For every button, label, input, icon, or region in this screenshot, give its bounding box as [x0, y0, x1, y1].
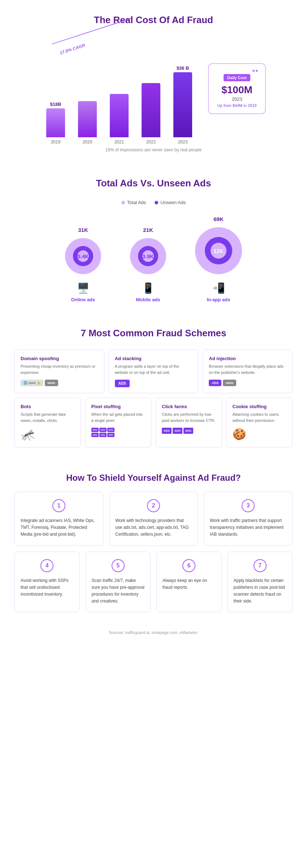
scheme-bots: Bots Scripts that generate fake views, i… [14, 398, 81, 448]
schemes-title: 7 Most Common Fraud Schemes [14, 328, 293, 339]
chart-and-box: 17.8% CAGR $18B 2019 2020 [22, 36, 285, 144]
daily-cost-value: $100M [216, 84, 258, 96]
legend: Total Ads Unseen Ads [22, 200, 285, 205]
shield-top-grid: 1 Integrate ad scanners IAS, White Ops, … [14, 492, 293, 546]
daily-cost-tag: Daily Cost [224, 74, 250, 81]
bar-2021: 2021 [105, 92, 134, 144]
chart-footnote: 18% of impressions are never seen by rea… [22, 147, 285, 152]
bar-2023-label: $36 B [177, 65, 189, 71]
scheme-click-farms: Click farms Clicks are performed by low-… [156, 398, 222, 448]
bar-chart: 17.8% CAGR $18B 2019 2020 [41, 36, 197, 144]
shield-card-5: 5 Scan traffic 24/7, make sure you have … [86, 552, 151, 613]
section-shield: How To Shield Yourself Against Ad Fraud?… [0, 458, 307, 623]
bots-icon: 🦟 [21, 428, 75, 441]
footer: Sources: trafficguard.ai, instapage.com,… [0, 623, 307, 642]
click-farms-icon: ADS ADS ADS [162, 428, 216, 434]
shield-card-4: 4 Avoid working with SSPs that sell undi… [14, 552, 80, 613]
scheme-ad-injection: Ad injection Browser extensions that ill… [203, 350, 293, 393]
ads-compare-title: Total Ads Vs. Unseen Ads [22, 178, 285, 189]
bar-2023: $36 B 2023 [168, 65, 197, 144]
shield-card-6: 6 Always keep an eye on fraud reports. [156, 552, 222, 613]
bar-2019-label: $18B [50, 102, 61, 107]
schemes-bottom-grid: Bots Scripts that generate fake views, i… [14, 398, 293, 448]
shield-title: How To Shield Yourself Against Ad Fraud? [14, 473, 293, 483]
scheme-domain-spoofing: Domain spoofing Presenting cheap invento… [14, 350, 104, 393]
shield-card-1: 1 Integrate ad scanners IAS, White Ops, … [14, 492, 103, 546]
mobile-icon: 📱 [126, 282, 170, 294]
section-ads-compare: Total Ads Vs. Unseen Ads Total Ads Unsee… [0, 163, 307, 313]
bar-2020: 2020 [73, 100, 102, 144]
daily-cost-note: Up from $44M in 2019 [216, 103, 258, 108]
schemes-top-grid: Domain spoofing Presenting cheap invento… [14, 350, 293, 393]
donut-mobile: 21K 3.9K 📱 Mobile ads [126, 227, 170, 302]
pixel-stuffing-icon: ADS ADS ADS ADS ADS ADS [91, 428, 114, 437]
shield-card-7: 7 Apply blacklists for certain publisher… [228, 552, 293, 613]
footer-sources: Sources: trafficguard.ai, instapage.com,… [109, 630, 199, 635]
bar-2019: $18B 2019 [41, 102, 70, 144]
daily-cost-year: 2023 [216, 96, 258, 102]
scheme-pixel-stuffing: Pixel stuffing When the ad gets placed i… [85, 398, 152, 448]
inapp-icon: 📲 [191, 282, 246, 294]
cookie-icon: 🍪 [233, 428, 287, 440]
shield-card-2: 2 Work with technology providers that us… [109, 492, 198, 546]
section-schemes: 7 Most Common Fraud Schemes Domain spoof… [0, 313, 307, 458]
daily-cost-box: Daily Cost $100M 2023 Up from $44M in 20… [208, 63, 266, 114]
donut-row: 31K 5.4K 🖥️ Online ads 21K [22, 216, 285, 302]
online-icon: 🖥️ [61, 282, 105, 294]
shield-bottom-grid: 4 Avoid working with SSPs that sell undi… [14, 552, 293, 613]
scheme-ad-stacking: Ad stacking A program adds a layer on to… [109, 350, 199, 393]
donut-inapp: 69K 12K 📲 In-app ads [191, 216, 246, 302]
legend-total-ads: Total Ads [121, 200, 146, 205]
bar-2022: 2022 [137, 82, 165, 144]
legend-unseen-ads: Unseen Ads [155, 200, 186, 205]
donut-online: 31K 5.4K 🖥️ Online ads [61, 227, 105, 302]
shield-card-3: 3 Work with traffic partners that suppor… [204, 492, 293, 546]
fraud-cost-title: The Real Cost Of Ad Fraud [22, 14, 285, 26]
scheme-cookie-stuffing: Cookie stuffing Attaching cookies to use… [226, 398, 293, 448]
section-fraud-cost: The Real Cost Of Ad Fraud 17.8% CAGR $18… [0, 0, 307, 163]
